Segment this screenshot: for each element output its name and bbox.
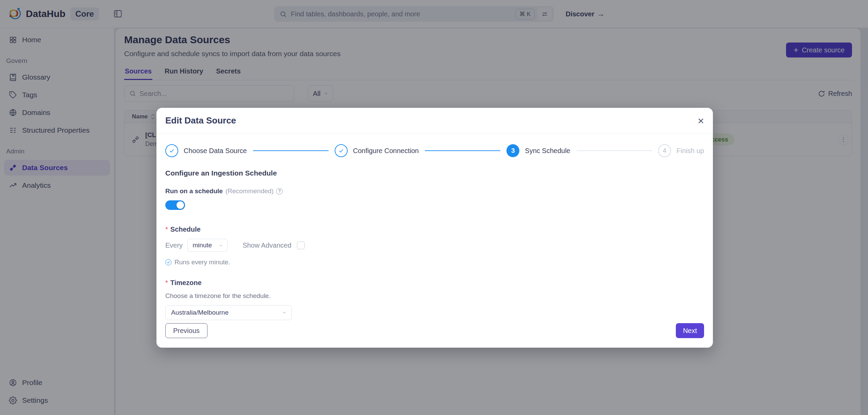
timezone-value: Australia/Melbourne — [171, 309, 229, 316]
step-label: Finish up — [677, 147, 704, 155]
step-finish-up[interactable]: 4 Finish up — [658, 144, 704, 157]
every-label: Every — [165, 242, 183, 249]
step-connector — [253, 150, 329, 151]
step-sync-schedule[interactable]: 3 Sync Schedule — [506, 144, 570, 157]
step-check-icon — [165, 144, 178, 157]
stepper: Choose Data Source Configure Connection … — [165, 143, 704, 158]
step-check-icon — [335, 144, 348, 157]
schedule-summary: Runs every minute. — [174, 259, 230, 266]
interval-value: minute — [193, 242, 212, 249]
schedule-label: Schedule — [170, 226, 201, 233]
run-on-schedule-label: Run on a schedule — [165, 187, 223, 195]
interval-select[interactable]: minute — [187, 239, 228, 252]
step-label: Choose Data Source — [184, 147, 247, 155]
check-circle-icon — [165, 259, 171, 265]
close-icon[interactable]: × — [698, 115, 704, 126]
chevron-down-icon — [282, 310, 287, 315]
step-number: 4 — [658, 144, 671, 157]
timezone-select[interactable]: Australia/Melbourne — [165, 305, 292, 320]
edit-data-source-modal: Edit Data Source × Choose Data Source Co… — [156, 108, 713, 348]
step-number: 3 — [506, 144, 519, 157]
help-icon[interactable]: ? — [276, 188, 283, 195]
step-choose-data-source[interactable]: Choose Data Source — [165, 144, 247, 157]
step-label: Sync Schedule — [525, 147, 570, 155]
schedule-toggle[interactable] — [165, 200, 185, 210]
step-connector — [425, 150, 500, 151]
required-marker: * — [165, 279, 168, 287]
required-marker: * — [165, 226, 168, 233]
recommended-hint: (Recommended) — [226, 187, 274, 195]
step-label: Configure Connection — [353, 147, 419, 155]
step-connector — [577, 150, 652, 151]
show-advanced-label: Show Advanced — [243, 242, 291, 249]
modal-title: Edit Data Source — [165, 115, 236, 126]
section-title: Configure an Ingestion Schedule — [165, 169, 704, 177]
step-configure-connection[interactable]: Configure Connection — [335, 144, 419, 157]
chevron-down-icon — [219, 243, 223, 248]
toggle-knob — [177, 201, 184, 209]
show-advanced-checkbox[interactable] — [297, 242, 305, 249]
timezone-help: Choose a timezone for the schedule. — [165, 292, 704, 300]
timezone-label: Timezone — [170, 279, 202, 287]
previous-button[interactable]: Previous — [165, 323, 207, 338]
next-button[interactable]: Next — [676, 323, 704, 338]
